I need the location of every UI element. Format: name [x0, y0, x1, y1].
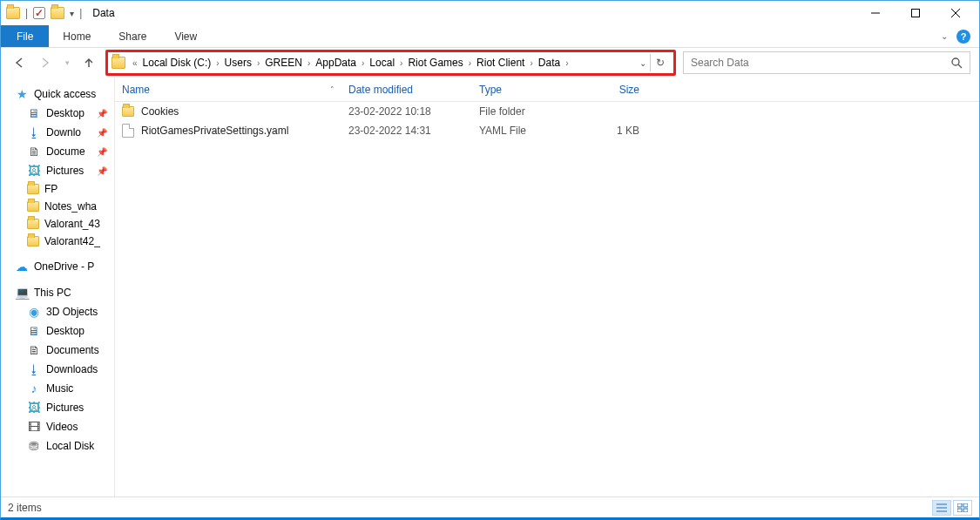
refresh-button[interactable]: ↻ [650, 54, 670, 71]
ribbon-collapse-icon[interactable]: ⌄ [941, 31, 948, 41]
sidebar-item-music[interactable]: ♪ Music [1, 379, 114, 398]
file-row[interactable]: RiotGamesPrivateSettings.yaml 23-02-2022… [115, 121, 979, 140]
back-button[interactable] [10, 53, 29, 72]
up-icon [83, 57, 95, 69]
sidebar-this-pc[interactable]: 💻 This PC [1, 283, 114, 302]
sidebar-item-documents[interactable]: 🗎 Docume 📌 [1, 142, 114, 161]
chevron-right-icon[interactable]: › [360, 58, 366, 68]
folder-icon [27, 236, 39, 246]
forward-button[interactable] [36, 53, 55, 72]
chevron-right-icon[interactable]: › [214, 58, 220, 68]
breadcrumb-item[interactable]: Users [221, 52, 255, 73]
sidebar-item-valorant43[interactable]: Valorant_43 [1, 215, 114, 233]
details-view-button[interactable] [932, 500, 951, 516]
column-headers: Name ˄ Date modified Type Size [115, 78, 979, 102]
sidebar-item-desktop2[interactable]: 🖥 Desktop [1, 321, 114, 341]
sidebar-item-label: Local Disk [46, 440, 94, 452]
sidebar-item-label: Desktop [46, 325, 84, 337]
search-input[interactable] [691, 57, 950, 69]
navigation-pane[interactable]: ★ Quick access 🖥 Desktop 📌 ⭳ Downlo 📌 🗎 … [1, 78, 114, 496]
sidebar-item-label: Pictures [46, 165, 84, 177]
breadcrumb-item[interactable]: Data [535, 52, 564, 73]
qat-separator: | [25, 7, 28, 19]
search-box[interactable] [683, 51, 970, 74]
qat-separator-2: | [79, 7, 82, 19]
sidebar-item-notes[interactable]: Notes_wha [1, 198, 114, 215]
sidebar-onedrive[interactable]: ☁ OneDrive - P [1, 257, 114, 276]
sidebar-item-pictures[interactable]: 🖼 Pictures 📌 [1, 161, 114, 180]
sidebar-item-3dobjects[interactable]: ◉ 3D Objects [1, 302, 114, 321]
close-button[interactable] [936, 1, 976, 25]
svg-rect-12 [963, 509, 968, 512]
column-header-date[interactable]: Date modified [341, 84, 472, 96]
column-header-size[interactable]: Size [577, 84, 646, 96]
home-tab[interactable]: Home [49, 25, 105, 47]
onedrive-icon: ☁ [15, 260, 29, 274]
star-icon: ★ [15, 87, 29, 101]
breadcrumb-item[interactable]: Riot Client [473, 52, 528, 73]
document-icon: 🗎 [27, 145, 41, 159]
sidebar-item-localdisk[interactable]: ⛃ Local Disk [1, 436, 114, 456]
file-date: 23-02-2022 10:18 [341, 105, 472, 118]
sidebar-item-label: Pictures [46, 402, 84, 414]
column-header-type[interactable]: Type [472, 84, 577, 96]
minimize-button[interactable] [855, 1, 896, 25]
file-row[interactable]: Cookies 23-02-2022 10:18 File folder [115, 102, 979, 121]
file-tab[interactable]: File [1, 25, 49, 47]
breadcrumb-item[interactable]: Riot Games [404, 52, 466, 73]
up-button[interactable] [79, 53, 98, 72]
breadcrumb-item[interactable]: GREEN [261, 52, 306, 73]
navigation-row: ▾ « Local Disk (C:)› Users› GREEN› AppDa… [1, 48, 979, 78]
folder-icon [27, 219, 39, 229]
sidebar-item-documents2[interactable]: 🗎 Documents [1, 341, 114, 360]
sidebar-item-label: Downloads [46, 363, 98, 375]
chevron-right-icon[interactable]: › [398, 58, 404, 68]
recent-dropdown[interactable]: ▾ [62, 53, 72, 72]
sidebar-item-fp[interactable]: FP [1, 180, 114, 198]
file-list[interactable]: Cookies 23-02-2022 10:18 File folder Rio… [115, 102, 979, 496]
chevron-right-icon[interactable]: › [255, 58, 261, 68]
chevron-right-icon[interactable]: › [528, 58, 534, 68]
address-bar[interactable]: « Local Disk (C:)› Users› GREEN› AppData… [108, 52, 673, 73]
sidebar-item-label: Valorant_43 [44, 218, 100, 230]
search-icon[interactable] [950, 57, 963, 69]
help-icon[interactable]: ? [956, 30, 970, 44]
desktop-icon: 🖥 [27, 106, 41, 120]
sidebar-item-desktop[interactable]: 🖥 Desktop 📌 [1, 104, 114, 123]
column-header-name[interactable]: Name ˄ [115, 84, 341, 96]
sidebar-item-pictures2[interactable]: 🖼 Pictures [1, 398, 114, 417]
qat-folder-icon[interactable] [51, 7, 64, 19]
qat-properties-icon[interactable]: ✓ [33, 7, 45, 19]
address-dropdown[interactable]: ⌄ [639, 58, 646, 68]
sidebar-item-downloads2[interactable]: ⭳ Downloads [1, 360, 114, 379]
breadcrumb-overflow[interactable]: « [131, 58, 139, 68]
file-size: 1 KB [577, 125, 646, 137]
desktop-icon: 🖥 [27, 324, 41, 338]
sidebar-item-valorant42[interactable]: Valorant42_ [1, 233, 114, 250]
view-tab[interactable]: View [160, 25, 211, 47]
chevron-right-icon[interactable]: › [564, 58, 570, 68]
sidebar-item-label: Downlo [46, 126, 81, 138]
breadcrumb-item[interactable]: Local Disk (C:) [139, 52, 215, 73]
svg-rect-1 [912, 10, 920, 17]
chevron-right-icon[interactable]: › [306, 58, 312, 68]
svg-point-4 [952, 58, 959, 65]
file-list-pane: Name ˄ Date modified Type Size Cookies 2… [114, 78, 979, 496]
large-icons-view-button[interactable] [953, 500, 972, 516]
maximize-button[interactable] [896, 1, 936, 25]
svg-rect-11 [957, 509, 962, 512]
share-tab[interactable]: Share [105, 25, 160, 47]
sidebar-quick-access[interactable]: ★ Quick access [1, 84, 114, 104]
breadcrumb-item[interactable]: Local [366, 52, 398, 73]
sidebar-item-downloads[interactable]: ⭳ Downlo 📌 [1, 123, 114, 142]
pc-icon: 💻 [15, 286, 29, 300]
back-icon [13, 57, 25, 69]
qat-dropdown[interactable]: ▾ [70, 9, 74, 18]
pin-icon: 📌 [97, 109, 111, 118]
sidebar-item-label: 3D Objects [46, 306, 98, 318]
breadcrumb-item[interactable]: AppData [312, 52, 360, 73]
chevron-right-icon[interactable]: › [467, 58, 473, 68]
sidebar-item-videos[interactable]: 🎞 Videos [1, 417, 114, 436]
window-title: Data [92, 7, 114, 19]
pin-icon: 📌 [97, 128, 111, 138]
